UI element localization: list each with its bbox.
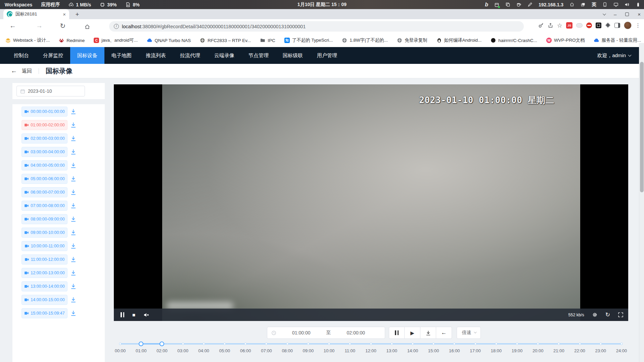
mute-icon[interactable] xyxy=(143,312,149,318)
cup-tray-icon[interactable] xyxy=(516,2,521,7)
download-icon[interactable] xyxy=(70,122,77,128)
ip-address[interactable]: 192.168.1.3 xyxy=(539,2,563,7)
forward-button[interactable]: → xyxy=(35,22,44,30)
nav-item-user-manage[interactable]: 用户管理 xyxy=(310,47,344,64)
reload-button[interactable]: ↻ xyxy=(58,22,67,30)
back-arrow-icon[interactable]: ← xyxy=(11,67,17,75)
input-method-indicator[interactable]: 英 xyxy=(592,2,596,8)
window-minimize-button[interactable]: – xyxy=(614,11,616,17)
windows-tray-icon[interactable] xyxy=(581,2,586,7)
jump-back-button[interactable]: ← xyxy=(436,327,452,339)
side-panel-icon[interactable] xyxy=(614,23,620,28)
applications-button[interactable]: 应用程序 xyxy=(41,2,60,8)
play-button[interactable]: ▶ xyxy=(405,327,420,339)
address-bar[interactable]: i localhost:38080/#/gbRecordDetail/34020… xyxy=(109,21,524,32)
timeline-handle-start[interactable] xyxy=(139,341,143,346)
bookmark-compile-android[interactable]: 如何编译Android... xyxy=(436,37,482,43)
browser-tab[interactable]: 国标28181 × xyxy=(3,9,69,19)
window-maximize-button[interactable] xyxy=(625,12,629,16)
share-icon[interactable] xyxy=(548,23,553,28)
recording-item[interactable]: 02:00:00-03:00:00 xyxy=(21,133,67,144)
nav-item-gb-cascade[interactable]: 国标级联 xyxy=(276,47,310,64)
download-icon[interactable] xyxy=(70,283,77,289)
download-icon[interactable] xyxy=(70,256,77,263)
timeline-track[interactable] xyxy=(120,343,622,345)
site-info-icon[interactable]: i xyxy=(114,24,119,29)
bookmark-qnap[interactable]: QNAP Turbo NAS xyxy=(147,38,191,43)
download-icon[interactable] xyxy=(70,270,77,276)
password-key-icon[interactable] xyxy=(538,23,544,28)
workspaces-button[interactable]: Workspaces xyxy=(5,2,32,7)
download-icon[interactable] xyxy=(70,202,77,209)
extension-capsule-icon[interactable] xyxy=(576,23,583,28)
download-icon[interactable] xyxy=(70,216,77,222)
volume-icon[interactable] xyxy=(625,2,630,7)
window-close-button[interactable]: × xyxy=(638,11,641,17)
nav-item-e-map[interactable]: 电子地图 xyxy=(104,47,139,64)
back-link[interactable]: 返回 xyxy=(22,68,32,74)
download-icon[interactable] xyxy=(70,310,77,316)
recording-item[interactable]: 13:00:00-14:00:00 xyxy=(21,281,67,291)
download-icon[interactable] xyxy=(70,175,77,182)
bookmark-rfc2833[interactable]: RFC2833 – RTP Ev... xyxy=(200,38,251,43)
nav-item-split-screen[interactable]: 分屏监控 xyxy=(36,47,70,64)
nav-item-gb-device[interactable]: 国标设备 xyxy=(70,47,104,64)
pause-button[interactable] xyxy=(389,327,405,339)
nav-item-pull-proxy[interactable]: 拉流代理 xyxy=(173,47,207,64)
browser-home-button[interactable] xyxy=(83,23,92,30)
extension-blocker-icon[interactable] xyxy=(586,23,592,28)
video-canvas[interactable] xyxy=(162,84,580,321)
nav-item-node-manage[interactable]: 节点管理 xyxy=(241,47,276,64)
recording-item[interactable]: 01:00:00-02:00:00 xyxy=(21,120,67,130)
nav-item-console[interactable]: 控制台 xyxy=(7,47,36,64)
new-tab-button[interactable]: + xyxy=(73,10,81,18)
clipboard-tray-icon[interactable] xyxy=(505,2,510,7)
download-icon[interactable] xyxy=(70,108,77,115)
download-icon[interactable] xyxy=(70,149,77,155)
recording-item[interactable]: 09:00:00-10:00:00 xyxy=(21,228,67,238)
bing-tray-icon[interactable]: b xyxy=(485,2,488,8)
bookmark-github-crash[interactable]: hairrrrr/C-CrashC... xyxy=(491,38,537,43)
tab-close-icon[interactable]: × xyxy=(63,12,66,17)
recording-item[interactable]: 04:00:00-05:00:00 xyxy=(21,160,67,170)
bookmark-18w[interactable]: 1.8W字|了不起的... xyxy=(342,37,388,43)
stop-icon[interactable]: ■ xyxy=(132,312,135,317)
recording-item[interactable]: 12:00:00-13:00:00 xyxy=(21,268,67,278)
download-record-button[interactable] xyxy=(420,327,436,339)
download-icon[interactable] xyxy=(70,296,77,303)
timeline-handle-end[interactable] xyxy=(159,341,164,346)
clock[interactable]: 1月10日 星期二 15：09 xyxy=(297,2,347,8)
scrollbar-thumb[interactable] xyxy=(640,62,644,192)
recording-item[interactable]: 06:00:00-07:00:00 xyxy=(21,187,67,197)
download-icon[interactable] xyxy=(70,243,77,249)
fullscreen-icon[interactable] xyxy=(618,312,624,318)
home-tray-icon[interactable] xyxy=(569,2,574,7)
player-settings-gear-icon[interactable] xyxy=(592,312,598,318)
bookmark-wvp-doc[interactable]: WWVP-PRO文档 xyxy=(546,37,585,43)
bookmark-redmine[interactable]: Redmine xyxy=(59,38,85,43)
download-icon[interactable] xyxy=(70,229,77,236)
bookmark-typescript[interactable]: 知了不起的 TypeScri... xyxy=(284,37,333,43)
nav-item-cloud-record[interactable]: 云端录像 xyxy=(207,47,241,64)
recording-item[interactable]: 00:00:00-01:00:00 xyxy=(21,107,67,117)
bookmark-star-icon[interactable]: ☆ xyxy=(557,22,562,29)
pen-tray-icon[interactable] xyxy=(527,2,533,7)
recording-item[interactable]: 07:00:00-08:00:00 xyxy=(21,201,67,211)
pause-icon[interactable] xyxy=(121,312,124,317)
bookmark-java-android[interactable]: Cjava、android可... xyxy=(94,37,138,43)
bookmark-lighthouse-server[interactable]: 服务器 - 轻量应用... xyxy=(594,37,641,43)
tab-search-chevron-icon[interactable] xyxy=(603,12,606,15)
app-window-tray-icon[interactable] xyxy=(494,2,499,7)
user-menu[interactable]: 欢迎，admin xyxy=(597,47,631,64)
date-picker-input[interactable]: 2023-01-10 xyxy=(16,86,85,96)
bookmark-webstack[interactable]: Webstack - 设计... xyxy=(5,37,50,43)
end-time-input[interactable]: 02:00:00 xyxy=(331,330,381,335)
recording-item[interactable]: 08:00:00-09:00:00 xyxy=(21,214,67,224)
extension-terminal-icon[interactable] xyxy=(596,23,601,28)
phone-link-icon[interactable] xyxy=(602,2,607,7)
bookmark-copy-free[interactable]: 免登录复制 xyxy=(397,37,427,43)
playback-speed-button[interactable]: 倍速 xyxy=(457,327,481,339)
recording-item[interactable]: 11:00:00-12:00:00 xyxy=(21,254,67,265)
time-range-picker[interactable]: 01:00:00 至 02:00:00 xyxy=(267,327,385,339)
download-icon[interactable] xyxy=(70,135,77,142)
